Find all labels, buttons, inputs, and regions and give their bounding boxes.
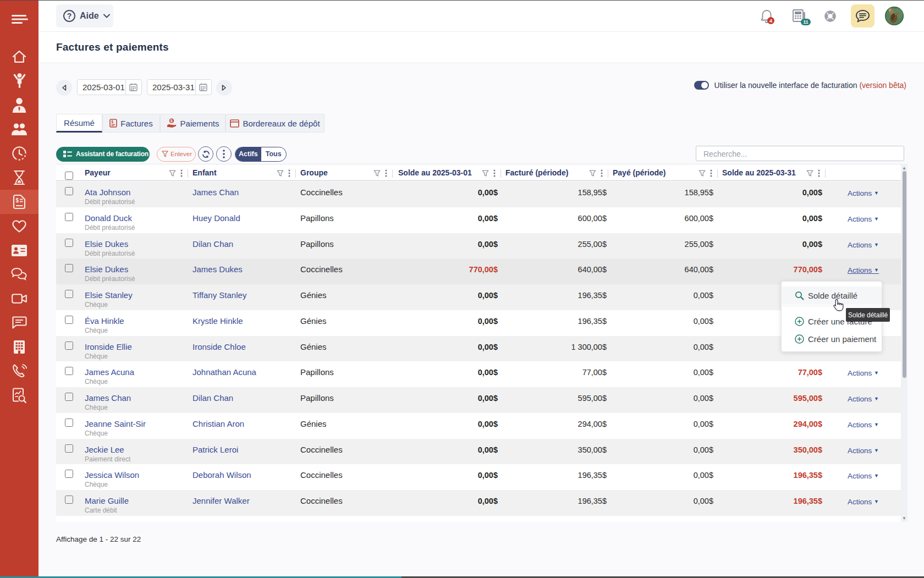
svg-text:$: $	[170, 118, 173, 123]
svg-text:$: $	[16, 197, 19, 203]
svg-text:$: $	[112, 120, 114, 124]
